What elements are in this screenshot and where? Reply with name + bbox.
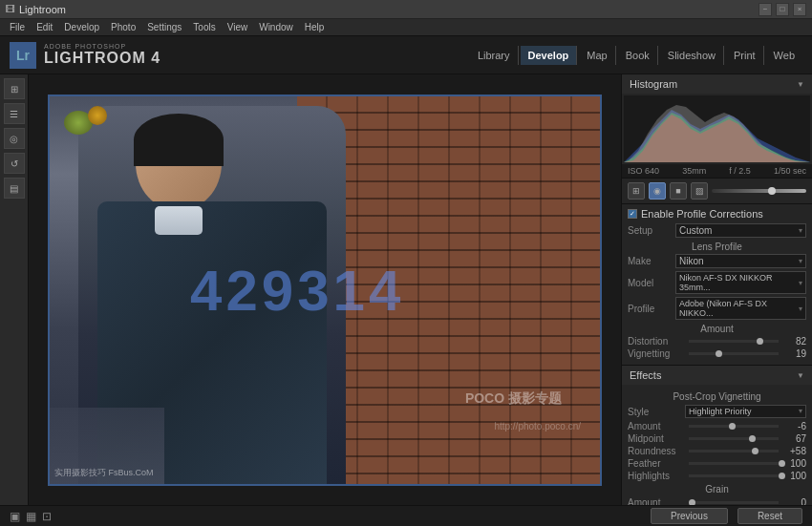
highlights-slider[interactable]: [689, 474, 779, 477]
roundness-thumb[interactable]: [752, 448, 759, 454]
menu-edit[interactable]: Edit: [31, 19, 58, 35]
grain-amount-thumb[interactable]: [689, 499, 695, 505]
midpoint-row: Midpoint 67: [628, 433, 806, 444]
model-label: Model: [628, 278, 675, 288]
menu-settings[interactable]: Settings: [141, 19, 187, 35]
grid-icon[interactable]: ▦: [26, 510, 36, 523]
menu-help[interactable]: Help: [299, 19, 331, 35]
focal-value: 35mm: [682, 166, 706, 176]
model-value[interactable]: Nikon AF-S DX NIKKOR 35mm... ▾: [675, 271, 806, 294]
tab-book[interactable]: Book: [618, 46, 658, 65]
tab-slideshow[interactable]: Slideshow: [660, 46, 724, 65]
enable-corrections-checkbox[interactable]: ✓: [628, 209, 637, 219]
style-label: Style: [628, 407, 685, 417]
tone-curve-tool[interactable]: ◉: [649, 182, 666, 200]
basic-tool[interactable]: ⊞: [628, 182, 645, 200]
adobe-text: ADOBE PHOTOSHOP: [44, 43, 160, 50]
effects-header[interactable]: Effects ▼: [622, 366, 812, 385]
grain-amount-slider[interactable]: [689, 501, 779, 504]
menu-bar: File Edit Develop Photo Settings Tools V…: [0, 19, 812, 36]
lens-profile-header: Lens Profile: [628, 242, 806, 252]
roundness-slider[interactable]: [689, 450, 779, 452]
presets-icon[interactable]: ☰: [4, 103, 25, 124]
expand-icon[interactable]: ⊡: [42, 510, 52, 523]
profile-arrow: ▾: [799, 305, 802, 313]
iso-value: ISO 640: [628, 166, 659, 176]
split-toning-tool[interactable]: ▨: [691, 182, 708, 200]
midpoint-thumb[interactable]: [749, 435, 756, 442]
close-button[interactable]: ×: [793, 3, 806, 16]
main-content: ⊞ ☰ ◎ ↺ ▤: [0, 74, 812, 505]
photo-bottom-text: 实用摄影技巧 FsBus.CoM: [54, 467, 154, 479]
profile-value[interactable]: Adobe (Nikon AF-S DX NIKKO... ▾: [675, 297, 806, 320]
feather-row: Feather 100: [628, 458, 806, 469]
feather-value: 100: [782, 458, 806, 469]
hsl-tool[interactable]: ■: [670, 182, 687, 200]
menu-photo[interactable]: Photo: [105, 19, 141, 35]
amount-header: Amount: [628, 324, 806, 334]
filmstrip-icon[interactable]: ▣: [10, 510, 20, 523]
vignette-amount-slider[interactable]: [689, 425, 779, 428]
url-watermark: http://photo.poco.cn/: [494, 421, 581, 431]
vignetting-value: 19: [782, 348, 806, 359]
setup-row: Setup Custom ▾: [628, 223, 806, 238]
vignetting-label: Vignetting: [628, 348, 685, 359]
reset-button[interactable]: Reset: [737, 508, 802, 524]
feather-thumb[interactable]: [779, 460, 785, 467]
vignetting-slider[interactable]: [689, 352, 779, 355]
maximize-button[interactable]: □: [776, 3, 789, 16]
window-title: Lightroom: [19, 4, 66, 15]
app-icon: 🎞: [6, 4, 15, 14]
left-panel: ⊞ ☰ ◎ ↺ ▤: [0, 74, 29, 505]
highlights-thumb[interactable]: [779, 473, 785, 479]
postcrop-title: Post-Crop Vignetting: [628, 391, 806, 402]
model-arrow: ▾: [799, 279, 802, 287]
style-arrow: ▾: [799, 407, 802, 416]
distortion-thumb[interactable]: [757, 338, 763, 345]
midpoint-slider[interactable]: [689, 437, 779, 440]
menu-file[interactable]: File: [4, 19, 31, 35]
menu-window[interactable]: Window: [253, 19, 299, 35]
make-arrow: ▾: [799, 257, 802, 265]
effects-collapse-icon: ▼: [797, 371, 804, 380]
history-icon[interactable]: ↺: [4, 153, 25, 174]
setup-arrow: ▾: [799, 226, 802, 235]
style-value[interactable]: Highlight Priority ▾: [685, 405, 806, 418]
histogram-header[interactable]: Histogram ▼: [622, 74, 812, 94]
navigator-icon[interactable]: ⊞: [4, 78, 25, 99]
poco-watermark: POCO 摄影专题: [465, 390, 562, 408]
enable-corrections-row: ✓ Enable Profile Corrections: [628, 208, 806, 220]
tab-map[interactable]: Map: [579, 46, 615, 65]
tab-library[interactable]: Library: [470, 46, 519, 65]
tool-slider-thumb[interactable]: [768, 187, 776, 195]
menu-view[interactable]: View: [222, 19, 254, 35]
tab-develop[interactable]: Develop: [521, 46, 578, 65]
tab-print[interactable]: Print: [726, 46, 764, 65]
distortion-label: Distortion: [628, 336, 685, 347]
menu-tools[interactable]: Tools: [187, 19, 221, 35]
snapshots-icon[interactable]: ◎: [4, 128, 25, 149]
vignetting-thumb[interactable]: [716, 350, 722, 357]
vignette-amount-row: Amount -6: [628, 421, 806, 431]
minimize-button[interactable]: −: [759, 3, 772, 16]
lens-corrections-section: ✓ Enable Profile Corrections Setup Custo…: [622, 204, 812, 366]
distortion-slider[interactable]: [689, 340, 779, 343]
main-photo: 429314 POCO 摄影专题 http://photo.poco.cn/ 实…: [50, 96, 600, 484]
window-controls: − □ ×: [759, 3, 806, 16]
menu-develop[interactable]: Develop: [58, 19, 105, 35]
roundness-label: Roundness: [628, 446, 685, 456]
previous-button[interactable]: Previous: [651, 508, 728, 524]
tab-web[interactable]: Web: [766, 46, 802, 65]
lr-title: LIGHTROOM 4: [44, 50, 160, 67]
vignette-amount-thumb[interactable]: [729, 423, 736, 430]
midpoint-label: Midpoint: [628, 433, 685, 444]
bottom-controls-left: ▣ ▦ ⊡: [10, 510, 52, 523]
collections-icon[interactable]: ▤: [4, 178, 25, 199]
setup-value[interactable]: Custom ▾: [675, 223, 806, 238]
histogram-info: ISO 640 35mm f / 2.5 1/50 sec: [622, 164, 812, 178]
grain-amount-row: Amount 0: [628, 497, 806, 505]
feather-slider[interactable]: [689, 462, 779, 465]
grain-amount-value: 0: [782, 497, 806, 505]
distortion-row: Distortion 82: [628, 336, 806, 347]
make-value[interactable]: Nikon ▾: [675, 254, 806, 268]
